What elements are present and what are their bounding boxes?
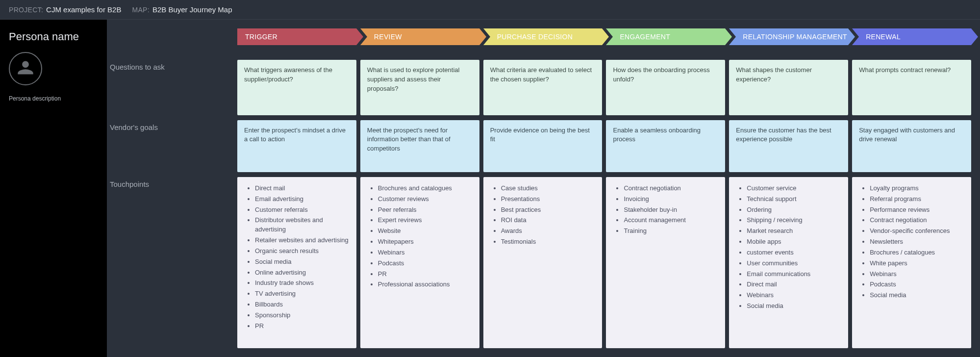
touchpoint-item: Podcasts	[378, 259, 473, 268]
touchpoints-cell: Loyalty programsReferral programsPerform…	[852, 177, 971, 348]
touchpoint-item: Performance reviews	[870, 205, 964, 215]
touchpoints-list: Loyalty programsReferral programsPerform…	[859, 184, 964, 300]
touchpoint-item: Vendor-specific conferences	[870, 227, 964, 236]
touchpoint-item: Technical support	[747, 195, 841, 204]
touchpoints-cell: Case studiesPresentationsBest practicesR…	[483, 177, 603, 348]
persona-description: Persona description	[9, 95, 98, 102]
goal-cell: Ensure the customer has the best experie…	[729, 120, 848, 172]
touchpoint-item: Social media	[747, 302, 841, 311]
touchpoint-item: White papers	[870, 259, 964, 268]
touchpoints-list: Direct mailEmail advertisingCustomer ref…	[244, 184, 350, 331]
question-cell: What criteria are evaluated to select th…	[483, 60, 603, 115]
row-label-questions: Questions to ask	[107, 60, 233, 115]
touchpoint-item: Social media	[255, 257, 350, 267]
touchpoint-item: Webinars	[747, 291, 841, 300]
project-label: PROJECT:	[9, 6, 43, 14]
touchpoint-item: Expert revirews	[378, 216, 473, 225]
touchpoints-list: Case studiesPresentationsBest practicesR…	[490, 184, 596, 247]
touchpoint-item: PR	[378, 270, 473, 279]
stage-header: ENGAGEMENT	[606, 28, 725, 45]
touchpoint-item: User communities	[747, 259, 841, 268]
goal-cell: Provide evidence on being the best fit	[483, 120, 603, 172]
touchpoint-item: Direct mail	[747, 280, 841, 289]
goal-cell: Enter the prospect's mindset a drive a c…	[237, 120, 356, 172]
stage-header: RENEWAL	[852, 28, 971, 45]
touchpoints-list: Contract negotiationInvoicingStakeholder…	[613, 184, 718, 236]
persona-avatar	[9, 52, 42, 85]
stage-header: PURCHASE DECISION	[483, 28, 603, 45]
stage-header: RELATIONSHIP MANAGEMENT	[729, 28, 848, 45]
touchpoint-item: Contract negotiation	[624, 184, 718, 193]
row-label-goals: Vendor's goals	[107, 120, 233, 172]
question-cell: What is used to explore potential suppli…	[360, 60, 479, 115]
goal-cell: Enable a seamless onboarding process	[606, 120, 725, 172]
user-icon	[16, 58, 35, 79]
project-name: CJM examples for B2B	[46, 5, 121, 14]
touchpoint-item: Customer referrals	[255, 205, 350, 215]
question-cell: How does the onboarding process unfold?	[606, 60, 725, 115]
touchpoint-item: Organic search results	[255, 247, 350, 256]
touchpoint-item: Case studies	[501, 184, 596, 193]
touchpoint-item: Referral programs	[870, 195, 964, 204]
touchpoints-cell: Contract negotiationInvoicingStakeholder…	[606, 177, 725, 348]
touchpoint-item: Stakeholder buy-in	[624, 205, 718, 215]
touchpoint-item: Email advertising	[255, 195, 350, 204]
touchpoint-item: Mobile apps	[747, 237, 841, 247]
touchpoint-item: TV advertising	[255, 289, 350, 299]
question-cell: What prompts contract renewal?	[852, 60, 971, 115]
journey-map: TRIGGERREVIEWPURCHASE DECISIONENGAGEMENT…	[107, 20, 980, 357]
top-bar: PROJECT: CJM examples for B2B MAP: B2B B…	[0, 0, 980, 20]
persona-panel: Persona name Persona description	[0, 20, 107, 357]
touchpoint-item: Shipping / receiving	[747, 216, 841, 225]
stage-header: REVIEW	[360, 28, 479, 45]
touchpoint-item: PR	[255, 322, 350, 331]
touchpoint-item: Online advertising	[255, 268, 350, 278]
touchpoint-item: Webinars	[378, 248, 473, 257]
touchpoint-item: Industry trade shows	[255, 279, 350, 288]
touchpoint-item: Direct mail	[255, 184, 350, 193]
touchpoint-item: Podcasts	[870, 280, 964, 289]
touchpoint-item: Invoicing	[624, 195, 718, 204]
touchpoint-item: Webinars	[870, 270, 964, 279]
question-cell: What shapes the customer experience?	[729, 60, 848, 115]
stage-header: TRIGGER	[237, 28, 356, 45]
touchpoint-item: Website	[378, 227, 473, 236]
map-name: B2B Buyer Journey Map	[152, 5, 232, 14]
touchpoint-item: Customer service	[747, 184, 841, 193]
touchpoint-item: Peer referrals	[378, 205, 473, 215]
touchpoints-list: Customer serviceTechnical supportOrderin…	[736, 184, 841, 311]
question-cell: What triggers awareness of the supplier/…	[237, 60, 356, 115]
map-label: MAP:	[132, 6, 149, 14]
stage-row-spacer	[107, 28, 233, 55]
touchpoint-item: ROI data	[501, 216, 596, 225]
touchpoint-item: Testimonials	[501, 237, 596, 247]
touchpoint-item: Brochures / catalogues	[870, 248, 964, 257]
touchpoints-cell: Customer serviceTechnical supportOrderin…	[729, 177, 848, 348]
touchpoint-item: Contract negotiation	[870, 216, 964, 225]
touchpoint-item: Customer reviews	[378, 195, 473, 204]
touchpoint-item: Billboards	[255, 300, 350, 309]
touchpoints-list: Brochures and cataloguesCustomer reviews…	[367, 184, 473, 289]
touchpoint-item: Sponsorship	[255, 311, 350, 320]
goal-cell: Stay engaged with customers and drive re…	[852, 120, 971, 172]
touchpoint-item: Presentations	[501, 195, 596, 204]
persona-title: Persona name	[9, 30, 98, 43]
touchpoint-item: Awards	[501, 227, 596, 236]
touchpoint-item: Loyalty programs	[870, 184, 964, 193]
touchpoint-item: Ordering	[747, 205, 841, 215]
touchpoint-item: Training	[624, 227, 718, 236]
touchpoints-cell: Direct mailEmail advertisingCustomer ref…	[237, 177, 356, 348]
touchpoint-item: Social media	[870, 291, 964, 300]
touchpoint-item: Email communications	[747, 270, 841, 279]
touchpoint-item: Account management	[624, 216, 718, 225]
touchpoint-item: Professional associations	[378, 280, 473, 289]
touchpoint-item: Market research	[747, 227, 841, 236]
row-label-touchpoints: Touchpoints	[107, 177, 233, 348]
touchpoint-item: Retailer websites and advertising	[255, 236, 350, 245]
touchpoint-item: Best practices	[501, 205, 596, 215]
touchpoint-item: Brochures and catalogues	[378, 184, 473, 193]
touchpoint-item: Newsletters	[870, 237, 964, 247]
touchpoint-item: Whitepapers	[378, 237, 473, 247]
touchpoint-item: Distributor websites and advertising	[255, 216, 350, 234]
touchpoints-cell: Brochures and cataloguesCustomer reviews…	[360, 177, 479, 348]
